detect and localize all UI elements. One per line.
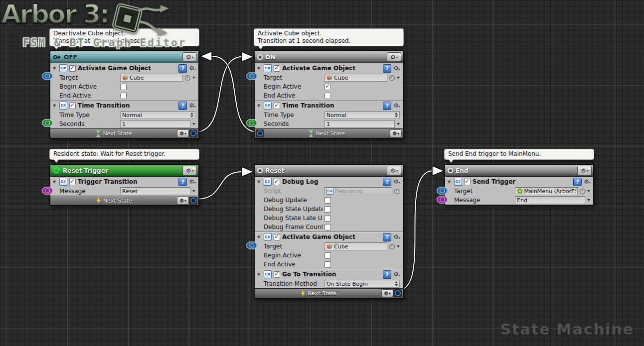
gear-icon[interactable]: ⚙ [393,271,400,277]
debug-frame-count-checkbox[interactable] [324,224,331,231]
end-active-checkbox[interactable] [120,93,127,99]
foldout-icon[interactable]: ▼ [53,66,57,71]
foldout-icon[interactable]: ▼ [257,66,262,71]
begin-active-checkbox[interactable] [324,84,331,90]
gear-icon[interactable]: ⚙ [189,103,196,109]
time-type-popup[interactable]: Normal [120,111,195,119]
input-slot-seconds-icon[interactable] [246,119,258,127]
dropdown-icon[interactable] [397,245,400,247]
dropdown-icon[interactable] [587,199,590,201]
state-node-on[interactable]: ON ⚙ ▼ C# Activate Game Object ? ⚙ Targe… [254,50,404,139]
input-slot-seconds-icon[interactable] [41,119,53,127]
foldout-icon[interactable]: ▼ [257,180,262,184]
help-icon[interactable]: ? [178,102,187,110]
end-active-checkbox[interactable] [324,261,331,268]
transition-output-slot[interactable] [189,197,197,205]
seconds-field[interactable]: 1 [120,120,190,128]
input-slot-target-icon[interactable] [246,241,258,249]
state-header[interactable]: End ⚙ [445,165,593,177]
next-state-bar[interactable]: Next State ⚙ [255,288,403,298]
behavior-enabled-checkbox[interactable] [69,103,76,109]
message-field[interactable]: Reset [120,187,190,195]
gear-menu-button[interactable]: ⚙ [182,166,197,175]
foldout-icon[interactable]: ▼ [53,180,57,184]
state-header[interactable]: Reset ⚙ [255,165,403,177]
behavior-header-activate[interactable]: ▼ C# Activate Game Object ? ⚙ [255,231,403,242]
dropdown-icon[interactable] [192,123,195,125]
state-node-reset[interactable]: Reset ⚙ ▼ C# Debug Log ? ⚙ Script C# Deb… [254,164,404,299]
comment-reset-trigger[interactable]: Resident state: Wait for Reset trigger. [49,149,199,160]
object-picker-icon[interactable] [394,189,400,194]
help-icon[interactable]: ? [383,64,391,73]
help-icon[interactable]: ? [383,233,391,241]
behavior-enabled-checkbox[interactable] [69,65,76,72]
input-slot-target-icon[interactable] [436,187,448,195]
help-icon[interactable]: ? [383,102,391,110]
next-state-bar[interactable]: Next State ⚙ [255,128,403,138]
gear-menu-button[interactable]: ⚙ [182,52,197,62]
foldout-icon[interactable]: ▼ [448,180,452,184]
input-slot-message-icon[interactable] [436,196,448,204]
begin-active-checkbox[interactable] [120,84,127,90]
gear-icon[interactable]: ⚙ [393,65,400,71]
dropdown-icon[interactable] [587,190,590,192]
state-node-off[interactable]: OFF ⚙ ▼ C# Activate Game Object ? ⚙ Targ… [49,50,199,139]
state-header[interactable]: OFF ⚙ [50,51,198,63]
gear-menu-button[interactable]: ⚙ [387,166,401,175]
input-slot-target-icon[interactable] [41,72,53,80]
gear-icon[interactable]: ⚙ [584,179,591,185]
object-picker-icon[interactable] [185,75,190,81]
gear-menu-button[interactable]: ⚙ [387,52,401,62]
help-icon[interactable]: ? [383,178,391,186]
graph-canvas[interactable]: State Machine Arbor 3: FSM & BT Graph Ed… [0,0,644,346]
wire-resettrigger-to-reset[interactable] [195,172,242,199]
next-state-bar[interactable]: Next State ⚙ [50,128,198,138]
debug-update-checkbox[interactable] [324,197,331,204]
state-node-end[interactable]: End ⚙ ▼ C# Send Trigger ? ⚙ Target MainM… [444,164,594,206]
state-header[interactable]: ON ⚙ [255,51,403,63]
message-field[interactable]: End [515,196,585,204]
gear-icon[interactable]: ⚙ [189,179,196,185]
behavior-enabled-checkbox[interactable] [274,179,280,185]
gear-icon[interactable]: ⚙ [393,179,400,185]
begin-active-checkbox[interactable] [324,252,331,259]
transition-output-slot[interactable] [189,129,197,137]
comment-end[interactable]: Send End trigger to MainMenu. [444,149,594,160]
behavior-header-time-transition[interactable]: ▼ C# Time Transition ? ⚙ [255,100,403,111]
help-icon[interactable]: ? [573,178,582,186]
behavior-enabled-checkbox[interactable] [274,234,280,240]
behavior-header-go-to-transition[interactable]: ▼ C# Go To Transition ? ⚙ [255,269,403,279]
debug-state-update-checkbox[interactable] [324,206,331,213]
object-picker-icon[interactable] [389,244,395,249]
seconds-field[interactable]: 1 [324,120,395,128]
behavior-enabled-checkbox[interactable] [274,103,280,109]
behavior-header-activate[interactable]: ▼ C# Activate Game Object ? ⚙ [50,63,198,73]
input-slot-target-icon[interactable] [246,72,258,80]
gear-icon[interactable]: ⚙ [393,103,400,109]
object-picker-icon[interactable] [389,75,395,81]
behavior-header-trigger-transition[interactable]: ▼ C# Trigger Transition ? ⚙ [50,177,198,187]
time-type-popup[interactable]: Normal [324,111,400,119]
debug-state-late-update-checkbox[interactable] [324,215,331,222]
object-field[interactable]: MainMenu (ArborFS [515,187,578,195]
input-slot-message-icon[interactable] [41,187,53,195]
foldout-icon[interactable]: ▼ [257,272,262,277]
dropdown-icon[interactable] [397,77,400,79]
help-icon[interactable]: ? [383,270,391,279]
behavior-header-send-trigger[interactable]: ▼ C# Send Trigger ? ⚙ [445,177,593,187]
gear-icon[interactable]: ⚙ [177,197,189,205]
gear-icon[interactable]: ⚙ [381,289,393,297]
transition-output-slot[interactable] [256,129,264,137]
object-field[interactable]: Cube [324,74,387,82]
behavior-header-debug-log[interactable]: ▼ C# Debug Log ? ⚙ [255,177,403,187]
gear-icon[interactable]: ⚙ [189,65,196,71]
foldout-icon[interactable]: ▼ [257,104,262,108]
wire-reset-to-end[interactable] [399,171,433,290]
object-field[interactable]: Cube [324,242,387,250]
state-node-reset-trigger[interactable]: Reset Trigger ⚙ ▼ C# Trigger Transition … [49,164,199,206]
gear-icon[interactable]: ⚙ [390,129,402,137]
transition-method-popup[interactable]: On State Begin [324,280,400,288]
dropdown-icon[interactable] [192,77,195,79]
behavior-enabled-checkbox[interactable] [69,179,76,185]
next-state-bar[interactable]: Next State ⚙ [50,196,198,205]
